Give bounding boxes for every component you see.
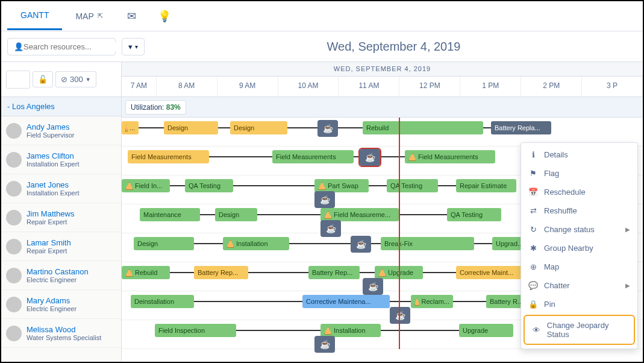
menu-item-flag[interactable]: ⚑ Flag bbox=[521, 164, 637, 183]
break-icon[interactable]: ☕ bbox=[360, 149, 380, 166]
task-connector bbox=[422, 272, 457, 273]
menu-item-details[interactable]: ℹ Details bbox=[521, 145, 637, 164]
resource-row[interactable]: Martino Castanon Electric Engineer bbox=[1, 261, 121, 290]
warning-icon bbox=[125, 124, 128, 132]
warning-icon bbox=[125, 269, 133, 277]
gantt-task[interactable]: Part Swap bbox=[314, 179, 369, 192]
gantt-task[interactable]: Maintenance bbox=[140, 208, 200, 221]
lock-button[interactable]: 🔓 bbox=[33, 71, 53, 87]
gantt-task[interactable]: QA Testing bbox=[387, 179, 438, 192]
menu-item-change-status[interactable]: ↻ Change status ▶ bbox=[521, 220, 637, 239]
gantt-task[interactable]: Rebuild bbox=[363, 121, 483, 134]
avatar bbox=[6, 181, 22, 197]
hour-cell: 11 AM bbox=[339, 77, 399, 96]
menu-label: Pin bbox=[544, 300, 555, 309]
warning-icon bbox=[408, 153, 416, 161]
gantt-task[interactable]: Deinstallation bbox=[131, 295, 194, 308]
hour-cell: 2 PM bbox=[521, 77, 582, 96]
gantt-task[interactable]: QA Testing bbox=[185, 179, 233, 192]
task-label: Installation bbox=[236, 240, 268, 247]
menu-icon: 📅 bbox=[528, 188, 538, 197]
menu-item-group-nearby[interactable]: ✱ Group Nearby bbox=[521, 239, 637, 257]
utilization-chip: Utilization: 83% bbox=[125, 100, 186, 115]
tab-gantt[interactable]: GANTT bbox=[7, 2, 62, 30]
gantt-task[interactable]: Break-Fix bbox=[381, 237, 474, 250]
counter-button[interactable]: ⊘300 ▼ bbox=[55, 71, 96, 87]
territory-group[interactable]: - Los Angeles bbox=[1, 97, 121, 116]
break-icon[interactable]: ☕ bbox=[317, 120, 338, 137]
menu-item-reschedule[interactable]: 📅 Reschedule bbox=[521, 183, 637, 201]
task-label: ... bbox=[130, 124, 135, 131]
gantt-task[interactable]: Upgrade bbox=[459, 324, 513, 337]
gantt-task[interactable]: Design bbox=[215, 208, 257, 221]
mail-icon[interactable]: ✉ bbox=[116, 10, 147, 23]
external-link-icon: ⇱ bbox=[98, 12, 103, 20]
break-icon[interactable]: ☕ bbox=[351, 236, 371, 253]
menu-label: Chatter bbox=[544, 281, 570, 290]
gantt-task[interactable]: Design bbox=[134, 237, 194, 250]
resource-row[interactable]: Lamar Smith Repair Expert bbox=[1, 232, 121, 261]
menu-item-pin[interactable]: 🔒 Pin bbox=[521, 295, 637, 314]
resource-name: Melissa Wood bbox=[27, 325, 101, 335]
gantt-task[interactable]: Reclam... bbox=[411, 295, 453, 308]
menu-icon: ⊕ bbox=[528, 262, 538, 271]
filter-button[interactable]: ▾▾ bbox=[122, 38, 145, 55]
task-connector bbox=[473, 243, 493, 244]
resource-row[interactable]: Janet Jones Installation Expert bbox=[1, 174, 121, 203]
gantt-task[interactable]: Installation bbox=[320, 324, 381, 337]
avatar bbox=[6, 210, 22, 226]
gantt-task[interactable]: Field Measurements bbox=[128, 150, 209, 163]
menu-item-map[interactable]: ⊕ Map bbox=[521, 257, 637, 276]
task-label: Maintenance bbox=[143, 211, 181, 218]
tab-map[interactable]: MAP ⇱ bbox=[62, 3, 116, 30]
break-icon[interactable]: ☕ bbox=[314, 336, 335, 353]
gantt-task[interactable]: Rebuild bbox=[122, 266, 170, 279]
gantt-task[interactable]: Battery Rep... bbox=[194, 266, 248, 279]
resource-row[interactable]: James Clifton Installation Expert bbox=[1, 145, 121, 174]
task-connector bbox=[437, 185, 457, 186]
resource-title: Electric Engineer bbox=[27, 305, 77, 312]
gantt-task[interactable]: Battery R... bbox=[486, 295, 525, 308]
menu-icon: 💬 bbox=[528, 281, 538, 290]
gantt-task[interactable]: ... bbox=[122, 121, 139, 134]
gantt-task[interactable]: Design bbox=[164, 121, 218, 134]
gantt-task[interactable]: Battery Rep... bbox=[308, 266, 360, 279]
task-label: Upgrade bbox=[388, 269, 413, 276]
search-input[interactable] bbox=[23, 42, 125, 51]
task-label: Battery R... bbox=[490, 298, 523, 305]
funnel-icon: ▾ bbox=[128, 42, 133, 51]
task-connector bbox=[137, 127, 165, 128]
task-label: Field Measureme... bbox=[334, 211, 390, 218]
gantt-task[interactable]: Field Inspection bbox=[155, 324, 236, 337]
resource-name: James Clifton bbox=[27, 151, 79, 161]
search-input-wrap[interactable]: 👤 bbox=[7, 38, 116, 55]
gantt-task[interactable]: Corrective Maintena... bbox=[302, 295, 390, 308]
task-label: QA Testing bbox=[390, 182, 422, 189]
header-blank[interactable] bbox=[6, 71, 30, 89]
resource-title: Electric Engineer bbox=[27, 276, 89, 283]
gantt-task[interactable]: Installation bbox=[223, 237, 289, 250]
resource-row[interactable]: Andy James Field Supervisor bbox=[1, 116, 121, 145]
gantt-task[interactable]: Field In... bbox=[122, 179, 170, 192]
gantt-task[interactable]: Battery Repla... bbox=[491, 121, 551, 134]
task-label: Upgrade bbox=[463, 327, 488, 334]
lightbulb-icon[interactable]: 💡 bbox=[147, 10, 182, 23]
menu-item-chatter[interactable]: 💬 Chatter ▶ bbox=[521, 276, 637, 295]
gantt-task[interactable]: Repair Estimate bbox=[456, 179, 516, 192]
resource-row[interactable]: Jim Matthews Repair Expert bbox=[1, 203, 121, 232]
task-connector bbox=[217, 127, 231, 128]
gantt-task[interactable]: Field Measurements bbox=[405, 150, 495, 163]
menu-item-reshuffle[interactable]: ⇄ Reshuffle bbox=[521, 201, 637, 220]
resource-row[interactable]: Melissa Wood Water Systems Specialist bbox=[1, 319, 121, 348]
gantt-task[interactable]: Design bbox=[230, 121, 287, 134]
hour-cell: 7 AM bbox=[122, 77, 157, 96]
resource-row[interactable]: Mary Adams Electric Engineer bbox=[1, 290, 121, 319]
menu-item-change-jeopardy-status[interactable]: 👁 Change Jeopardy Status bbox=[524, 315, 635, 345]
menu-label: Flag bbox=[544, 169, 559, 178]
gantt-task[interactable]: Field Measureme... bbox=[320, 208, 399, 221]
task-connector bbox=[208, 156, 274, 157]
task-label: Design bbox=[219, 211, 239, 218]
gantt-task[interactable]: QA Testing bbox=[447, 208, 501, 221]
gantt-task[interactable]: Field Measurements bbox=[272, 150, 354, 163]
gantt-task[interactable]: Corrective Maint... bbox=[456, 266, 525, 279]
